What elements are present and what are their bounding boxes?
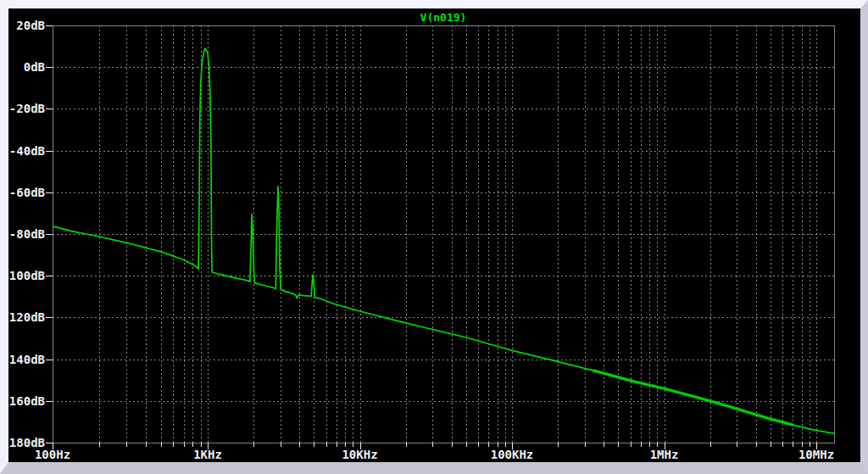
y-axis-label: 20dB <box>16 19 45 32</box>
y-axis-label: -160dB <box>2 394 45 408</box>
y-axis-labels: 20dB0dB-20dB-40dB-60dB-80dB-100dB-120dB-… <box>2 19 45 449</box>
y-axis-label: -60dB <box>9 186 45 199</box>
fft-plot-canvas[interactable]: 20dB0dB-20dB-40dB-60dB-80dB-100dB-120dB-… <box>0 0 868 474</box>
x-axis-label: 10MHz <box>798 448 834 461</box>
y-axis-label: -20dB <box>9 102 45 115</box>
trace-line[interactable] <box>53 48 834 433</box>
x-axis-label: 1MHz <box>650 448 679 461</box>
x-axis-label: 100KHz <box>491 448 534 461</box>
x-axis-label: 1KHz <box>193 448 222 461</box>
trace-title[interactable]: V(n019) <box>420 11 467 24</box>
y-axis-label: -100dB <box>2 269 45 282</box>
x-axis-label: 10KHz <box>342 448 377 461</box>
x-axis-labels: 100Hz1KHz10KHz100KHz1MHz10MHz <box>35 448 834 461</box>
grid-lines <box>53 25 834 443</box>
waveform-window: 20dB0dB-20dB-40dB-60dB-80dB-100dB-120dB-… <box>0 0 868 474</box>
plot-screen: 20dB0dB-20dB-40dB-60dB-80dB-100dB-120dB-… <box>8 8 860 462</box>
x-axis-label: 100Hz <box>35 448 70 461</box>
fft-trace[interactable] <box>53 48 834 433</box>
y-axis-label: -80dB <box>9 227 45 241</box>
y-axis-label: 0dB <box>24 60 45 74</box>
y-axis-label: -120dB <box>2 310 45 324</box>
y-axis-label: -40dB <box>9 144 45 158</box>
y-axis-label: -140dB <box>2 353 45 366</box>
